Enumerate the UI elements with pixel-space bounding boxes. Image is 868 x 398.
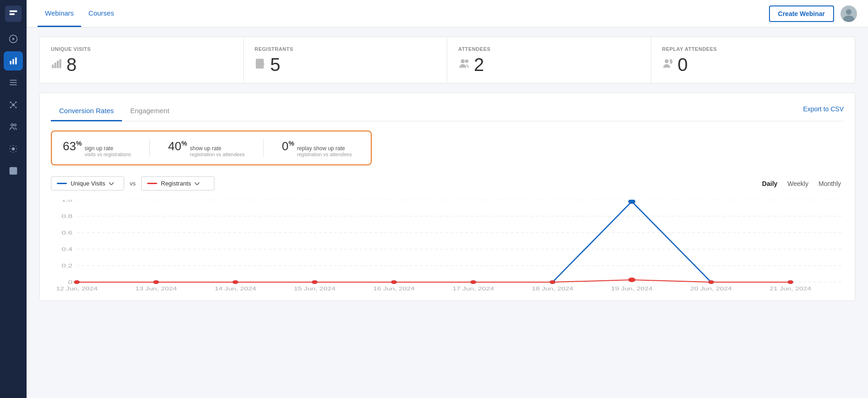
svg-text:18 Jun, 2024: 18 Jun, 2024 bbox=[532, 286, 573, 291]
svg-line-18 bbox=[14, 106, 16, 107]
page-content: UNIQUE VISITS 8 REGISTRANTS 5 bbox=[27, 27, 868, 398]
svg-text:0.8: 0.8 bbox=[61, 213, 72, 219]
svg-text:15 Jun, 2024: 15 Jun, 2024 bbox=[294, 286, 335, 291]
period-daily[interactable]: Daily bbox=[759, 178, 780, 189]
sidebar-item-people[interactable] bbox=[4, 117, 23, 136]
red-dot-8 bbox=[708, 280, 714, 284]
registrants-dropdown[interactable]: Registrants bbox=[141, 176, 214, 191]
vs-label: vs bbox=[130, 180, 136, 187]
svg-rect-30 bbox=[57, 61, 59, 68]
red-dot-4 bbox=[391, 280, 397, 284]
nav-tabs: Webinars Courses bbox=[38, 0, 121, 27]
rate-replay-showup-sub: registration vs attendees bbox=[297, 152, 352, 157]
line-chart: 1.0 0.8 0.6 0.4 0.2 0 bbox=[51, 200, 844, 291]
stats-row: UNIQUE VISITS 8 REGISTRANTS 5 bbox=[39, 37, 855, 83]
unique-visits-dropdown[interactable]: Unique Visits bbox=[51, 176, 124, 191]
svg-marker-3 bbox=[12, 38, 15, 41]
svg-point-26 bbox=[846, 9, 852, 15]
stat-attendees: ATTENDEES 2 bbox=[447, 37, 651, 83]
rate-showup-title: show up rate bbox=[190, 145, 245, 152]
svg-marker-1 bbox=[10, 13, 15, 15]
chevron-down-icon bbox=[109, 182, 114, 185]
logo[interactable] bbox=[5, 5, 22, 22]
svg-text:0.4: 0.4 bbox=[61, 246, 72, 252]
svg-line-17 bbox=[11, 106, 12, 107]
period-controls: Daily Weekly Monthly bbox=[759, 178, 844, 189]
svg-text:13 Jun, 2024: 13 Jun, 2024 bbox=[135, 286, 177, 291]
top-nav-right: Create Webinar bbox=[769, 5, 857, 22]
period-weekly[interactable]: Weekly bbox=[785, 178, 811, 189]
svg-rect-7 bbox=[10, 80, 17, 81]
svg-rect-22 bbox=[10, 168, 17, 174]
sidebar-item-play[interactable] bbox=[4, 29, 23, 49]
stat-registrants-value: 5 bbox=[270, 55, 280, 74]
svg-marker-0 bbox=[10, 11, 17, 12]
red-dot-9 bbox=[787, 280, 793, 284]
svg-text:0.2: 0.2 bbox=[61, 263, 72, 268]
avatar[interactable] bbox=[841, 5, 857, 22]
sidebar bbox=[0, 0, 27, 398]
sidebar-item-analytics[interactable] bbox=[4, 51, 23, 71]
rate-replay-showup-title: replay show up rate bbox=[297, 145, 352, 152]
stat-unique-visits-value: 8 bbox=[66, 55, 77, 74]
svg-text:12 Jun, 2024: 12 Jun, 2024 bbox=[56, 286, 98, 291]
replay-people-icon bbox=[662, 58, 674, 71]
chart-section: Conversion Rates Engagement Export to CS… bbox=[39, 93, 855, 301]
red-dot-3 bbox=[312, 280, 318, 284]
svg-text:0.6: 0.6 bbox=[61, 230, 72, 235]
svg-rect-8 bbox=[10, 82, 17, 83]
red-dot-1 bbox=[153, 280, 159, 284]
svg-rect-31 bbox=[59, 59, 61, 68]
stat-replay-attendees: REPLAY ATTENDEES 0 bbox=[651, 37, 855, 83]
svg-point-38 bbox=[665, 60, 668, 63]
sidebar-item-settings-wheel[interactable] bbox=[4, 139, 23, 158]
rate-signup: 63% sign up rate visits vs registrations bbox=[63, 139, 131, 157]
red-dot-6 bbox=[549, 280, 555, 284]
red-dot-5 bbox=[470, 280, 476, 284]
unique-visits-label: Unique Visits bbox=[71, 180, 105, 187]
svg-text:20 Jun, 2024: 20 Jun, 2024 bbox=[690, 286, 732, 291]
svg-line-16 bbox=[14, 103, 16, 104]
stat-unique-visits-label: UNIQUE VISITS bbox=[51, 46, 232, 52]
registrants-label: Registrants bbox=[161, 180, 191, 187]
svg-point-19 bbox=[11, 124, 13, 126]
divider-2 bbox=[263, 139, 264, 157]
svg-text:1.0: 1.0 bbox=[61, 200, 72, 202]
sidebar-item-list[interactable] bbox=[4, 73, 23, 93]
top-nav: Webinars Courses Create Webinar bbox=[27, 0, 868, 27]
tab-courses[interactable]: Courses bbox=[81, 0, 121, 27]
svg-rect-6 bbox=[15, 58, 16, 65]
rate-replay-showup: 0% replay show up rate registration vs a… bbox=[282, 139, 352, 157]
main-content: Webinars Courses Create Webinar UNIQUE V… bbox=[27, 0, 868, 398]
sidebar-item-settings[interactable] bbox=[4, 161, 23, 180]
svg-point-37 bbox=[466, 60, 468, 62]
rate-replay-showup-pct: 0% bbox=[282, 139, 294, 153]
period-monthly[interactable]: Monthly bbox=[816, 178, 844, 189]
create-webinar-button[interactable]: Create Webinar bbox=[769, 5, 834, 22]
rate-showup-pct: 40% bbox=[168, 139, 187, 153]
tab-conversion-rates[interactable]: Conversion Rates bbox=[51, 102, 122, 121]
rate-signup-title: sign up rate bbox=[84, 145, 131, 152]
stat-attendees-value: 2 bbox=[474, 55, 484, 74]
export-csv-button[interactable]: Export to CSV bbox=[803, 105, 844, 118]
svg-text:19 Jun, 2024: 19 Jun, 2024 bbox=[611, 286, 653, 291]
red-dot-peak bbox=[628, 278, 636, 282]
svg-point-21 bbox=[12, 148, 15, 150]
svg-point-11 bbox=[10, 102, 11, 103]
stat-registrants: REGISTRANTS 5 bbox=[244, 37, 448, 83]
stat-attendees-label: ATTENDEES bbox=[458, 46, 640, 52]
chevron-down-icon-2 bbox=[195, 182, 199, 185]
red-line-indicator bbox=[147, 183, 157, 184]
red-dot-2 bbox=[232, 280, 238, 284]
svg-text:21 Jun, 2024: 21 Jun, 2024 bbox=[769, 286, 811, 291]
svg-rect-9 bbox=[10, 84, 17, 85]
svg-point-12 bbox=[15, 102, 16, 103]
svg-point-36 bbox=[461, 60, 465, 63]
svg-text:0: 0 bbox=[68, 279, 73, 285]
divider-1 bbox=[149, 139, 150, 157]
stat-unique-visits: UNIQUE VISITS 8 bbox=[40, 37, 244, 83]
tab-webinars[interactable]: Webinars bbox=[38, 0, 81, 27]
tab-engagement[interactable]: Engagement bbox=[122, 102, 177, 121]
blue-line-indicator bbox=[57, 183, 67, 184]
sidebar-item-integrations[interactable] bbox=[4, 95, 23, 114]
